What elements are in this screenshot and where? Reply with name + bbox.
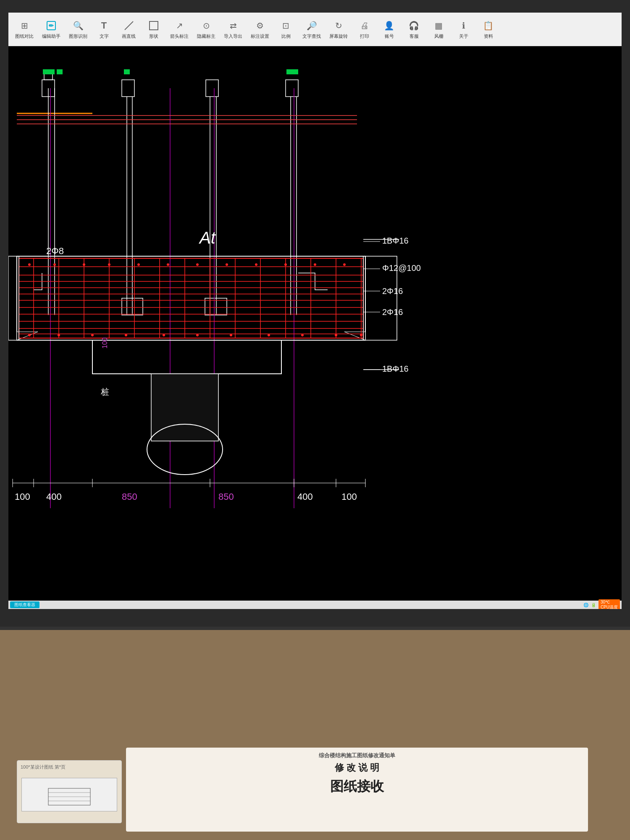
svg-point-77 (125, 334, 127, 336)
toolbar-hidden-leader[interactable]: ⊙ 隐藏标主 (194, 17, 219, 41)
svg-point-62 (28, 263, 31, 266)
svg-point-79 (196, 334, 199, 336)
svg-rect-22 (286, 69, 292, 74)
svg-line-2 (125, 21, 133, 30)
toolbar-recognize[interactable]: 🔍 图形识别 (66, 17, 91, 41)
import-export-icon: ⇄ (226, 19, 240, 32)
toolbar-print[interactable]: 🖨 打印 (353, 17, 376, 41)
svg-point-64 (83, 263, 85, 266)
print-icon: 🖨 (358, 19, 371, 32)
svg-point-69 (226, 263, 228, 266)
toolbar-scale[interactable]: ⊡ 比例 (274, 17, 297, 41)
toolbar-draw-line-label: 画直线 (122, 33, 136, 39)
text-check-icon: 🔎 (305, 19, 318, 32)
toolbar-screen-rotate-label: 屏幕旋转 (329, 33, 348, 39)
svg-text:100: 100 (341, 491, 357, 502)
svg-rect-8 (49, 69, 55, 74)
svg-point-76 (91, 334, 94, 336)
svg-text:桩: 桩 (100, 387, 109, 396)
toolbar-about[interactable]: ℹ 关于 (452, 17, 475, 41)
svg-text:850: 850 (218, 491, 234, 502)
toolbar-text-check[interactable]: 🔎 文字查找 (299, 17, 324, 41)
svg-point-68 (196, 263, 199, 266)
toolbar-import-export-label: 导入导出 (224, 33, 242, 39)
svg-rect-85 (8, 256, 19, 340)
svg-text:2Φ8: 2Φ8 (46, 246, 64, 256)
toolbar-materials-label: 资料 (484, 33, 493, 39)
toolbar-import-export[interactable]: ⇄ 导入导出 (220, 17, 246, 41)
toolbar-print-label: 打印 (360, 33, 369, 39)
scale-icon: ⊡ (279, 19, 293, 32)
svg-point-71 (284, 263, 287, 266)
toolbar-edit-helper[interactable]: ✏ 编辑助手 (39, 17, 64, 41)
toolbar-account[interactable]: 👤 账号 (378, 17, 401, 41)
service-icon: 🎧 (407, 19, 421, 32)
desk-paper-left: 100*某设计图纸 第*页 (17, 760, 122, 823)
svg-text:At: At (199, 228, 216, 247)
svg-rect-88 (151, 374, 218, 441)
desk-paper-center-line1: 综合楼结构施工图纸修改通知单 (130, 752, 584, 759)
screen: ⊞ 图纸对比 ✏ 编辑助手 🔍 图形识别 T 文字 画直线 (8, 13, 622, 609)
annotation-icon: ↗ (173, 19, 186, 32)
toolbar-service[interactable]: 🎧 客服 (402, 17, 425, 41)
svg-point-73 (343, 263, 346, 266)
screen-rotate-icon: ↻ (332, 19, 345, 32)
toolbar-wind-grid[interactable]: ▦ 风栅 (427, 17, 450, 41)
about-icon: ℹ (457, 19, 470, 32)
desk-paper-center-line2: 修 改 说 明 (130, 761, 584, 774)
svg-point-65 (108, 263, 110, 266)
toolbar-edit-label: 编辑助手 (42, 33, 60, 39)
toolbar-hidden-leader-label: 隐藏标主 (197, 33, 215, 39)
toolbar-screen-rotate[interactable]: ↻ 屏幕旋转 (326, 17, 351, 41)
svg-text:1BΦ16: 1BΦ16 (382, 236, 409, 245)
svg-point-66 (137, 263, 140, 266)
toolbar-annotation-label: 箭头标注 (170, 33, 189, 39)
svg-point-80 (230, 334, 232, 336)
svg-text:Φ12@100: Φ12@100 (382, 263, 421, 273)
toolbar-compare-label: 图纸对比 (15, 33, 34, 39)
toolbar-text-label: 文字 (100, 33, 109, 39)
svg-point-70 (255, 263, 257, 266)
wind-grid-icon: ▦ (432, 19, 446, 32)
svg-rect-21 (286, 80, 298, 97)
toolbar-account-label: 账号 (385, 33, 394, 39)
svg-marker-34 (17, 332, 38, 340)
toolbar-mark-settings-label: 标注设置 (251, 33, 269, 39)
desk: 100*某设计图纸 第*页 综合楼结构施工图纸修改通知单 修 改 说 明 图纸接… (0, 630, 630, 840)
svg-rect-23 (292, 69, 298, 74)
toolbar-draw-line[interactable]: 画直线 (117, 17, 140, 41)
taskbar-app[interactable]: 图纸查看器 (10, 601, 39, 608)
svg-point-83 (335, 334, 337, 336)
svg-rect-9 (57, 69, 63, 74)
svg-text:2Φ16: 2Φ16 (382, 307, 403, 317)
svg-rect-12 (122, 80, 134, 97)
toolbar-compare[interactable]: ⊞ 图纸对比 (12, 17, 37, 41)
toolbar-shape[interactable]: 形状 (142, 17, 165, 41)
text-icon: T (97, 19, 111, 32)
svg-point-63 (53, 263, 56, 266)
toolbar-mark-settings[interactable]: ⚙ 标注设置 (247, 17, 273, 41)
svg-rect-3 (150, 21, 158, 30)
svg-marker-35 (344, 332, 365, 340)
svg-text:✏: ✏ (49, 22, 54, 29)
status-right: 🌐 🔋 30℃CPU温度 (583, 601, 620, 609)
toolbar-text[interactable]: T 文字 (92, 17, 116, 41)
toolbar-recognize-label: 图形识别 (69, 33, 87, 39)
svg-point-75 (58, 334, 60, 336)
toolbar-wind-grid-label: 风栅 (434, 33, 444, 39)
svg-point-67 (167, 263, 169, 266)
toolbar-scale-label: 比例 (281, 33, 291, 39)
cad-area[interactable]: 100 400 850 850 400 100 2Φ8 1BΦ16 Φ12@10… (8, 46, 622, 601)
materials-icon: 📋 (482, 19, 495, 32)
toolbar-service-label: 客服 (410, 33, 419, 39)
recognize-icon: 🔍 (71, 19, 85, 32)
toolbar-materials[interactable]: 📋 资料 (477, 17, 500, 41)
toolbar-shape-label: 形状 (149, 33, 158, 39)
svg-rect-87 (92, 340, 281, 374)
toolbar-text-check-label: 文字查找 (302, 33, 321, 39)
hidden-leader-icon: ⊙ (200, 19, 213, 32)
desk-paper-left-text: 100*某设计图纸 第*页 (21, 764, 118, 770)
desk-paper-center: 综合楼结构施工图纸修改通知单 修 改 说 明 图纸接收 (126, 748, 588, 832)
toolbar-annotation[interactable]: ↗ 箭头标注 (167, 17, 192, 41)
toolbar: ⊞ 图纸对比 ✏ 编辑助手 🔍 图形识别 T 文字 画直线 (8, 13, 622, 46)
